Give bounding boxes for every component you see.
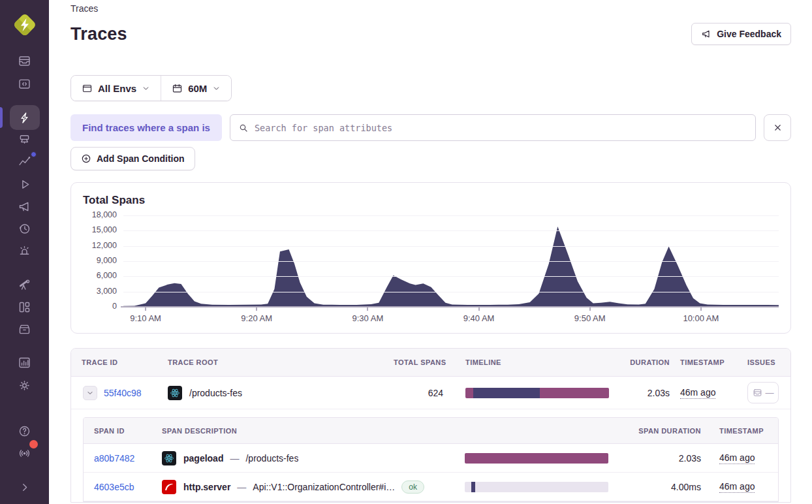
sidebar-item-traces[interactable]: [10, 105, 40, 130]
gridline: [123, 276, 779, 277]
total-spans-value: 624: [394, 388, 465, 398]
span-id-link[interactable]: 4603e5cb: [94, 482, 134, 492]
sidebar-item-stats[interactable]: [10, 351, 39, 373]
sidebar-item-help[interactable]: [10, 420, 39, 442]
sidebar-item-insights[interactable]: [10, 150, 39, 172]
date-range-filter[interactable]: 60M: [161, 76, 231, 101]
sidebar-collapse-toggle[interactable]: [10, 476, 39, 498]
sidebar-item-issues[interactable]: [10, 50, 39, 72]
breadcrumb[interactable]: Traces: [70, 3, 98, 14]
x-axis-tick: [478, 307, 480, 311]
spans-table: SPAN ID SPAN DESCRIPTION SPAN DURATION T…: [83, 417, 779, 502]
page-filter-bar: All Envs 60M: [70, 75, 232, 101]
insights-badge-dot: [31, 151, 37, 157]
sidebar-item-releases[interactable]: [10, 217, 39, 240]
separator: —: [237, 482, 246, 492]
y-axis-tick-label: 15,000: [92, 225, 117, 234]
x-axis-tick-label: 10:00 AM: [683, 313, 719, 323]
traces-table: TRACE ID TRACE ROOT TOTAL SPANS TIMELINE…: [70, 348, 791, 503]
x-axis-tick: [145, 307, 146, 311]
span-timestamp: 46m ago: [719, 452, 755, 464]
col-span-duration: SPAN DURATION: [608, 427, 706, 435]
issues-icon: [753, 388, 762, 398]
react-platform-icon: [168, 386, 182, 400]
trace-issues-button[interactable]: —: [747, 382, 779, 403]
span-timeline-bar: [465, 482, 608, 492]
x-axis-line: [121, 306, 779, 307]
separator: —: [230, 453, 239, 464]
expanded-trace-panel: SPAN ID SPAN DESCRIPTION SPAN DURATION T…: [71, 409, 790, 502]
calendar-icon: [172, 83, 183, 94]
trace-row: 55f40c98 /products-fes 624 2.03s 46m ago: [71, 377, 790, 409]
trace-timestamp: 46m ago: [680, 387, 715, 399]
sidebar-item-user-feedback[interactable]: [10, 195, 39, 217]
page-title: Traces: [70, 24, 127, 44]
sidebar-item-replays[interactable]: [10, 173, 39, 195]
date-range-filter-label: 60M: [188, 83, 207, 94]
sidebar-item-settings[interactable]: [10, 374, 39, 396]
x-axis-tick-label: 9:30 AM: [352, 313, 384, 323]
give-feedback-button[interactable]: Give Feedback: [691, 23, 791, 45]
span-timestamp: 46m ago: [719, 481, 755, 493]
col-timestamp: TIMESTAMP: [671, 358, 747, 366]
trace-timeline-bar: [465, 388, 609, 398]
col-total-spans: TOTAL SPANS: [394, 358, 465, 366]
sidebar-item-dashboards[interactable]: [10, 296, 39, 318]
plus-circle-icon: [81, 153, 91, 164]
total-spans-chart-card: Total Spans 03,0006,0009,00012,00015,000…: [70, 182, 791, 334]
x-axis-tick: [700, 307, 702, 311]
span-row: a80b7482 pageload — /products-fes 2.03s …: [84, 444, 778, 473]
window-icon: [82, 83, 93, 94]
span-row: 4603e5cb http.server — Api::V1::Organiza…: [84, 473, 778, 501]
active-nav-indicator: [0, 107, 3, 128]
span-attributes-search-input[interactable]: [255, 123, 747, 133]
sidebar-item-whats-new[interactable]: [10, 441, 39, 464]
span-op: http.server: [183, 482, 230, 492]
span-duration: 4.00ms: [608, 482, 706, 492]
search-scope-pill: Find traces where a span is: [70, 114, 222, 141]
y-axis-tick-label: 6,000: [97, 271, 117, 280]
sidebar-item-archive[interactable]: [10, 318, 39, 340]
x-axis-tick-label: 9:40 AM: [463, 313, 495, 323]
give-feedback-label: Give Feedback: [717, 29, 781, 39]
collapse-trace-button[interactable]: [83, 386, 97, 400]
trace-id-link[interactable]: 55f40c98: [104, 388, 142, 398]
chart-title: Total Spans: [83, 194, 780, 207]
span-description: /products-fes: [245, 453, 298, 464]
x-axis-tick: [256, 307, 257, 311]
y-axis-tick-label: 18,000: [92, 210, 117, 219]
sentry-logo[interactable]: [10, 10, 39, 39]
add-span-condition-button[interactable]: Add Span Condition: [70, 147, 195, 170]
sidebar-item-discover[interactable]: [10, 274, 39, 296]
col-trace-root: TRACE ROOT: [168, 358, 394, 366]
gridline: [123, 230, 779, 231]
trace-duration: 2.03s: [609, 388, 671, 398]
col-span-timestamp: TIMESTAMP: [706, 427, 778, 435]
whats-new-badge-dot: [29, 440, 38, 449]
col-span-description: SPAN DESCRIPTION: [162, 427, 465, 435]
chevron-down-icon: [86, 389, 94, 397]
sidebar-item-projects[interactable]: [10, 128, 39, 150]
sidebar-item-alerts[interactable]: [10, 240, 39, 262]
col-trace-id: TRACE ID: [71, 358, 168, 366]
react-platform-icon: [162, 451, 176, 465]
trace-root-label: /products-fes: [189, 388, 242, 398]
spans-table-header: SPAN ID SPAN DESCRIPTION SPAN DURATION T…: [84, 418, 778, 444]
y-axis-tick-label: 3,000: [97, 287, 117, 296]
col-duration: DURATION: [609, 358, 671, 366]
search-icon: [238, 123, 249, 133]
chevron-down-icon: [212, 84, 221, 93]
chevron-down-icon: [142, 84, 150, 93]
span-id-link[interactable]: a80b7482: [94, 453, 134, 464]
sidebar: [0, 0, 49, 504]
y-axis-tick-label: 9,000: [97, 256, 117, 265]
search-box: [230, 114, 756, 141]
span-op: pageload: [183, 453, 223, 464]
sidebar-item-explore[interactable]: [10, 72, 39, 95]
gridline: [123, 215, 779, 216]
environment-filter[interactable]: All Envs: [71, 76, 161, 101]
clear-search-button[interactable]: [764, 114, 791, 141]
col-span-id: SPAN ID: [84, 427, 162, 435]
total-spans-area-chart: 03,0006,0009,00012,00015,00018,0009:10 A…: [123, 215, 779, 307]
x-axis-tick-label: 9:20 AM: [241, 313, 272, 323]
